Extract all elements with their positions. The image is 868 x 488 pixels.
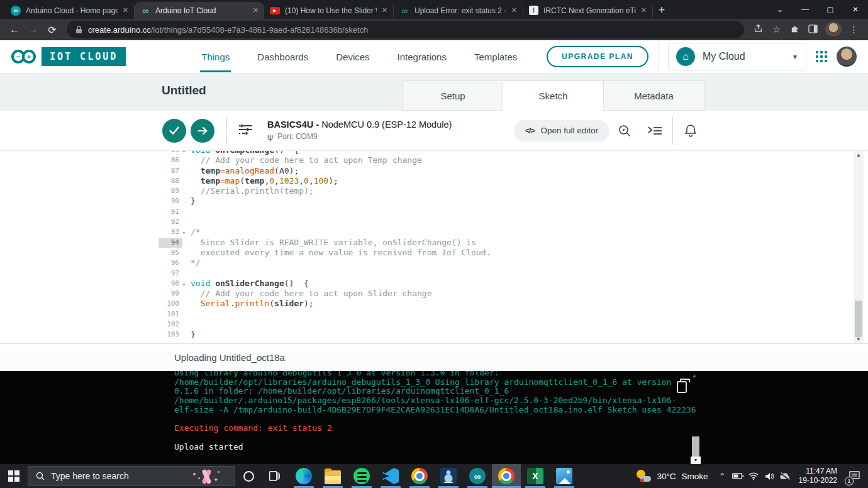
code-line[interactable]: 87 temp=analogRead(A0);: [0, 166, 868, 176]
tray-chevron-up-icon[interactable]: ⌃: [715, 472, 730, 481]
board-selector-icon[interactable]: [239, 124, 252, 138]
code-line[interactable]: 97: [0, 269, 868, 279]
code-line[interactable]: 98▾void onSliderChange() {: [0, 279, 868, 289]
pink-ribbon-doodle[interactable]: ✦: [193, 469, 221, 484]
battery-icon[interactable]: [730, 473, 746, 479]
upgrade-plan-button[interactable]: UPGRADE PLAN: [547, 46, 648, 67]
share-icon[interactable]: [749, 24, 767, 35]
taskbar-app-vscode[interactable]: [376, 464, 405, 488]
fold-arrow-icon[interactable]: ▾: [182, 279, 191, 289]
browser-tab[interactable]: ∞Upload Error: exit status 2 - Softw✕: [394, 2, 523, 19]
code-line[interactable]: 85▾void onTempChange() {: [0, 151, 868, 155]
code-line[interactable]: 91: [0, 207, 868, 217]
minimize-button[interactable]: —: [793, 0, 818, 19]
code-line[interactable]: 95 executed every time a new value is re…: [0, 248, 868, 258]
nav-item-things[interactable]: Things: [200, 42, 231, 72]
new-tab-button[interactable]: +: [653, 2, 670, 19]
back-icon[interactable]: ←: [5, 24, 24, 35]
taskbar-app-explorer[interactable]: [318, 464, 347, 488]
taskbar-app-chrome[interactable]: [405, 464, 434, 488]
open-full-editor-button[interactable]: </> Open full editor: [514, 120, 609, 141]
copy-icon[interactable]: [677, 381, 687, 393]
action-center-icon[interactable]: 1: [843, 471, 865, 481]
code-line[interactable]: 93▾/*: [0, 227, 868, 237]
code-line[interactable]: 103 }: [0, 330, 868, 340]
scroll-up-arrow[interactable]: ▲: [854, 152, 864, 158]
tab-close-icon[interactable]: ✕: [382, 6, 387, 14]
verify-button[interactable]: [162, 119, 186, 143]
console-scroll-down-button[interactable]: ▼: [691, 457, 701, 464]
forward-icon[interactable]: →: [24, 24, 43, 35]
nav-item-integrations[interactable]: Integrations: [396, 42, 448, 72]
scrollbar-thumb[interactable]: [855, 301, 862, 337]
code-line[interactable]: 90 }: [0, 196, 868, 206]
browser-menu-icon[interactable]: ⋮: [845, 25, 863, 35]
address-bar[interactable]: create.arduino.cc/iot/things/a7d55408-e7…: [67, 21, 744, 38]
weather-widget[interactable]: 30°C Smoke: [628, 469, 714, 483]
nav-item-devices[interactable]: Devices: [335, 42, 370, 72]
tab-close-icon[interactable]: ✕: [641, 6, 647, 14]
browser-tab[interactable]: ▶(10) How to Use the Slider Widge✕: [264, 2, 394, 19]
browser-profile-avatar[interactable]: [825, 21, 842, 38]
code-line[interactable]: 88 temp=map(temp,0,1023,0,100);: [0, 176, 868, 186]
editor-scrollbar[interactable]: ▲ ▼: [854, 151, 864, 343]
code-line[interactable]: 100 Serial.println(slider);: [0, 299, 868, 309]
console-scrollbar-thumb[interactable]: [692, 436, 699, 457]
side-panel-icon[interactable]: [804, 25, 822, 35]
scroll-down-arrow[interactable]: ▼: [854, 336, 864, 342]
output-console[interactable]: Using library arduino_debugutils_1_3_0 a…: [0, 371, 868, 464]
nav-item-dashboards[interactable]: Dashboards: [256, 42, 309, 72]
user-avatar[interactable]: [837, 47, 857, 67]
fold-arrow-icon[interactable]: ▾: [182, 151, 191, 155]
bookmark-star-icon[interactable]: ☆: [767, 25, 786, 35]
apps-grid-icon[interactable]: [816, 51, 827, 62]
taskbar-app-arduino[interactable]: ∞: [463, 464, 492, 488]
volume-icon[interactable]: [762, 472, 777, 480]
code-line[interactable]: 99 // Add your code here to act upon Sli…: [0, 289, 868, 299]
code-line[interactable]: 96 */: [0, 258, 868, 268]
cortana-icon[interactable]: [235, 471, 262, 482]
upload-button[interactable]: [191, 119, 214, 143]
tab-setup[interactable]: Setup: [403, 80, 503, 111]
taskbar-app-spotify[interactable]: [347, 464, 376, 488]
onedrive-offline-icon[interactable]: [777, 472, 793, 480]
console-scroll-up-arrow[interactable]: ▲: [692, 373, 697, 379]
code-line[interactable]: 102: [0, 319, 868, 330]
serial-monitor-icon[interactable]: [640, 126, 670, 136]
close-button[interactable]: ✕: [843, 0, 868, 19]
taskbar-app-excel[interactable]: X: [521, 464, 550, 488]
reload-icon[interactable]: ⟳: [43, 24, 62, 36]
tab-close-icon[interactable]: ✕: [123, 6, 128, 14]
taskbar-app-photos[interactable]: [550, 464, 579, 488]
tab-sketch[interactable]: Sketch: [503, 80, 604, 111]
code-editor[interactable]: 85▾void onTempChange() {86 // Add your c…: [0, 151, 868, 343]
code-line[interactable]: 101: [0, 309, 868, 319]
start-button[interactable]: [0, 470, 28, 482]
taskbar-app-edge[interactable]: [289, 464, 318, 488]
browser-tab[interactable]: ∞Arduino IoT Cloud✕: [135, 2, 264, 19]
browser-tab[interactable]: ∞Arduino Cloud - Home page✕: [5, 2, 135, 19]
board-info[interactable]: BASICS4U - NodeMCU 0.9 (ESP-12 Module) ψ…: [267, 120, 452, 141]
maximize-button[interactable]: ▢: [818, 0, 843, 19]
code-line[interactable]: 94 Since Slider is READ_WRITE variable, …: [0, 238, 868, 248]
my-cloud-dropdown[interactable]: ⌂ My Cloud ▼: [668, 43, 806, 70]
taskbar-app-your-phone[interactable]: [434, 464, 463, 488]
code-line[interactable]: 89 //Serial.println(temp);: [0, 186, 868, 196]
tab-metadata[interactable]: Metadata: [604, 80, 704, 111]
taskbar-app-chrome[interactable]: [492, 464, 521, 488]
tab-close-icon[interactable]: ✕: [253, 6, 259, 14]
search-icon[interactable]: [609, 125, 640, 137]
task-view-icon[interactable]: [262, 471, 287, 481]
browser-tab[interactable]: IIRCTC Next Generation eTicketing✕: [523, 2, 653, 19]
arduino-logo[interactable]: −+ IOT CLOUD: [11, 47, 126, 66]
nav-item-templates[interactable]: Templates: [473, 42, 518, 72]
extensions-puzzle-icon[interactable]: [786, 24, 804, 35]
code-line[interactable]: 92: [0, 217, 868, 227]
code-line[interactable]: 86 // Add your code here to act upon Tem…: [0, 155, 868, 165]
notification-bell-icon[interactable]: [676, 124, 706, 138]
tab-close-icon[interactable]: ✕: [511, 6, 517, 14]
tab-search-icon[interactable]: ⌄: [767, 0, 793, 19]
fold-arrow-icon[interactable]: ▾: [182, 227, 191, 237]
taskbar-clock[interactable]: 11:47 AM 19-10-2022: [793, 467, 843, 485]
taskbar-search-input[interactable]: Type here to search ✦: [28, 466, 235, 486]
